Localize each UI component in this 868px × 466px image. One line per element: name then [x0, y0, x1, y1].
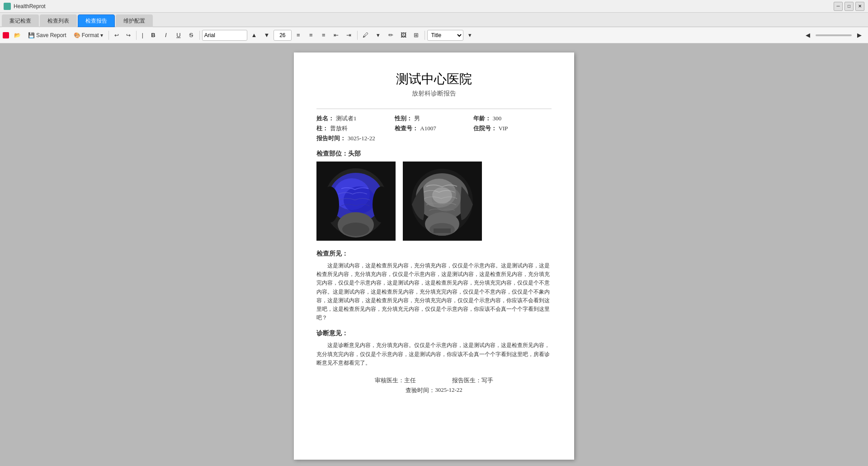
align-right-button[interactable]: ≡	[318, 29, 330, 41]
brain-mri-colored-svg	[316, 162, 396, 241]
highlight-arrow[interactable]: ▾	[373, 29, 384, 41]
color-dot	[3, 32, 9, 38]
zoom-slider-area: ◀ ▶	[802, 29, 865, 41]
exam-part-section: 检查部位：头部	[316, 150, 552, 158]
font-size-input[interactable]	[274, 30, 292, 41]
document-header: 测试中心医院 放射科诊断报告	[316, 71, 552, 98]
svg-rect-17	[434, 228, 451, 233]
maximize-button[interactable]: □	[844, 2, 854, 11]
brain-images-row	[316, 162, 552, 241]
patient-row-3: 报告时间： 3025-12-22	[316, 134, 552, 143]
tab-config[interactable]: 维护配置	[116, 14, 153, 27]
app-title: HealthReprot	[14, 3, 834, 10]
diagnosis-title: 诊断意见：	[316, 329, 552, 338]
patient-admitno-field: 住院号： VIP	[473, 124, 552, 133]
sep4	[357, 31, 358, 40]
tab-records[interactable]: 案记检查	[2, 14, 39, 27]
header-divider	[316, 109, 552, 109]
patient-name-field: 姓名： 测试者1	[316, 114, 395, 123]
font-size-up[interactable]: ▲	[248, 29, 260, 41]
examno-label: 检查号：	[395, 124, 418, 133]
align-left-button[interactable]: ≡	[292, 29, 304, 41]
underline-button[interactable]: U	[173, 29, 184, 41]
reviewer-label: 审核医生：	[375, 377, 404, 384]
tab-list[interactable]: 检查列表	[40, 14, 77, 27]
svg-point-8	[373, 186, 391, 223]
examno-value: A1007	[420, 125, 436, 132]
admitno-value: VIP	[499, 125, 508, 132]
svg-point-14	[432, 187, 452, 204]
open-button[interactable]: 📂	[11, 29, 24, 41]
window-controls[interactable]: ─ □ ✕	[834, 2, 864, 11]
folder-icon: 📂	[14, 32, 21, 38]
eraser-button[interactable]: ✏	[385, 29, 397, 41]
format-button[interactable]: 🎨 Format ▾	[71, 29, 106, 41]
age-value: 300	[493, 115, 502, 122]
indent-decrease-button[interactable]: ⇤	[330, 29, 342, 41]
italic-button[interactable]: I	[160, 29, 172, 41]
zoom-slider[interactable]	[816, 34, 852, 36]
patient-examno-field: 检查号： A1007	[395, 124, 473, 133]
name-label: 姓名：	[316, 114, 334, 123]
format-arrow-icon: ▾	[100, 32, 103, 38]
signature-row: 审核医生：主任 报告医生：写手	[316, 376, 552, 385]
brain-image-colored	[316, 162, 396, 241]
save-report-button[interactable]: 💾 Save Report	[25, 29, 70, 41]
svg-point-6	[342, 223, 369, 236]
undo-button[interactable]: ↩	[111, 29, 122, 41]
paragraph-style-select[interactable]: Title Heading 1 Heading 2 Normal	[427, 30, 463, 41]
divider-button[interactable]: |	[139, 29, 146, 41]
gender-value: 男	[414, 114, 420, 123]
report-type: 放射科诊断报告	[316, 90, 552, 98]
image-button[interactable]: 🖼	[398, 29, 410, 41]
gender-label: 性别：	[395, 114, 412, 123]
exam-part-label: 检查部位：	[316, 150, 348, 157]
redo-button[interactable]: ↪	[123, 29, 134, 41]
close-button[interactable]: ✕	[855, 2, 864, 11]
sep3	[199, 31, 200, 40]
tab-report[interactable]: 检查报告	[78, 14, 115, 27]
tab-bar: 案记检查 检查列表 检查报告 维护配置	[0, 13, 868, 27]
save-icon: 💾	[28, 32, 35, 38]
patient-info-section: 姓名： 测试者1 性别： 男 年龄： 300 柱： 普放科 检查号：	[316, 114, 552, 143]
patient-row-2: 柱： 普放科 检查号： A1007 住院号： VIP	[316, 124, 552, 133]
title-bar: HealthReprot ─ □ ✕	[0, 0, 868, 13]
reporter-label: 报告医生：	[452, 377, 481, 384]
admitno-label: 住院号：	[473, 124, 497, 133]
report-time-field: 报告时间： 3025-12-22	[316, 134, 552, 143]
reviewer-field: 审核医生：主任	[375, 376, 416, 385]
findings-title: 检查所见：	[316, 250, 552, 258]
main-content-area: 测试中心医院 放射科诊断报告 姓名： 测试者1 性别： 男 年龄： 300	[0, 43, 868, 466]
hospital-name: 测试中心医院	[316, 71, 552, 88]
bold-button[interactable]: B	[147, 29, 159, 41]
date-label: 查验时间：	[406, 386, 435, 395]
zoom-out-button[interactable]: ◀	[802, 29, 814, 41]
id-value: 普放科	[330, 124, 348, 133]
indent-increase-button[interactable]: ⇥	[343, 29, 355, 41]
highlight-button[interactable]: 🖊	[360, 29, 372, 41]
patient-id-field: 柱： 普放科	[316, 124, 395, 133]
diagnosis-text[interactable]: 这是诊断意见内容，充分填充内容。仅仅是个示意内容，这是测试内容，这是检查所见内容…	[316, 341, 552, 367]
reporter-field: 报告医生：写手	[452, 376, 493, 385]
strikethrough-button[interactable]: S	[185, 29, 197, 41]
app-icon	[4, 3, 11, 10]
document-page: 测试中心医院 放射科诊断报告 姓名： 测试者1 性别： 男 年龄： 300	[294, 52, 574, 460]
font-size-down[interactable]: ▼	[261, 29, 273, 41]
zoom-in-button[interactable]: ▶	[854, 29, 865, 41]
sep2	[136, 31, 137, 40]
align-center-button[interactable]: ≡	[305, 29, 317, 41]
reporter-value: 写手	[481, 377, 493, 384]
name-value: 测试者1	[336, 114, 357, 123]
findings-text[interactable]: 这是测试内容，这是检查所见内容，充分填充内容，仅仅是个示意内容。这是测试内容，这…	[316, 262, 552, 322]
table-button[interactable]: ⊞	[410, 29, 422, 41]
patient-row-1: 姓名： 测试者1 性别： 男 年龄： 300	[316, 114, 552, 123]
font-family-input[interactable]	[202, 30, 247, 41]
report-time-label: 报告时间：	[316, 134, 346, 143]
brain-mri-gray-svg	[403, 162, 482, 241]
findings-section: 检查所见： 这是测试内容，这是检查所见内容，充分填充内容，仅仅是个示意内容。这是…	[316, 250, 552, 322]
id-label: 柱：	[316, 124, 328, 133]
sep1	[108, 31, 109, 40]
minimize-button[interactable]: ─	[834, 2, 843, 11]
sep5	[425, 31, 425, 40]
style-arrow[interactable]: ▾	[464, 29, 476, 41]
